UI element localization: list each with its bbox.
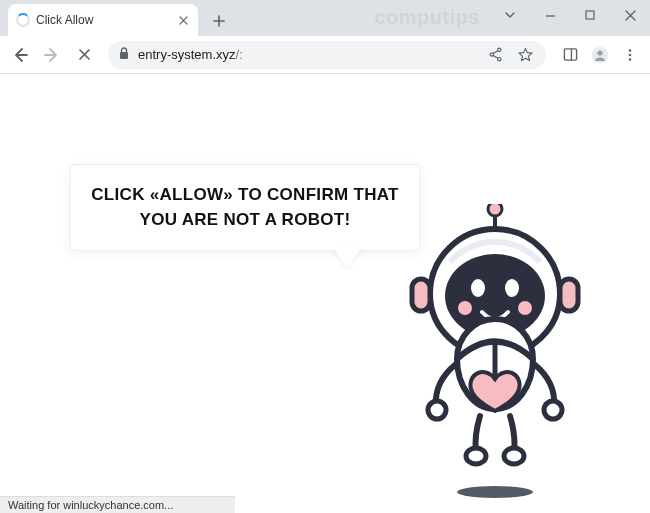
share-icon [488,47,503,62]
window-close-button[interactable] [610,0,650,30]
svg-point-10 [629,53,632,56]
svg-rect-15 [412,279,430,311]
svg-point-11 [629,58,632,61]
window-dropdown-button[interactable] [490,0,530,30]
svg-point-24 [544,401,562,419]
svg-rect-0 [586,11,594,19]
svg-point-2 [497,48,500,51]
lock-icon [118,47,130,63]
stop-button[interactable] [70,41,98,69]
kebab-icon [623,48,637,62]
stop-icon [78,48,91,61]
panel-icon [563,47,578,62]
svg-rect-1 [120,52,128,59]
status-bar: Waiting for winluckychance.com... [0,496,235,513]
arrow-right-icon [44,47,60,63]
robot-illustration [390,204,600,504]
page-content: CLICK «ALLOW» TO CONFIRM THAT YOU ARE NO… [0,74,650,513]
tab-close-button[interactable] [176,13,190,27]
profile-button[interactable] [586,41,614,69]
window-minimize-button[interactable] [530,0,570,30]
svg-point-4 [497,58,500,61]
star-icon [518,47,533,62]
svg-rect-16 [560,279,578,311]
speech-bubble: CLICK «ALLOW» TO CONFIRM THAT YOU ARE NO… [70,164,420,251]
new-tab-button[interactable] [206,8,232,34]
toolbar: entry-system.xyz/: [0,36,650,74]
svg-point-20 [458,301,472,315]
forward-button[interactable] [38,41,66,69]
plus-icon [213,15,225,27]
maximize-icon [585,10,595,20]
svg-point-3 [490,53,493,56]
menu-button[interactable] [616,41,644,69]
close-icon [179,16,188,25]
back-button[interactable] [6,41,34,69]
toolbar-right [556,41,644,69]
address-bar[interactable]: entry-system.xyz/: [108,41,546,69]
url-path: /: [236,47,243,62]
status-text: Waiting for winluckychance.com... [8,499,173,511]
url-host: entry-system.xyz [138,47,236,62]
window-controls [490,0,650,30]
extensions-button[interactable] [556,41,584,69]
svg-point-14 [488,204,502,216]
url-text: entry-system.xyz/: [138,47,476,62]
window-maximize-button[interactable] [570,0,610,30]
browser-tab[interactable]: Click Allow [8,4,198,36]
speech-text: CLICK «ALLOW» TO CONFIRM THAT YOU ARE NO… [91,183,399,232]
svg-point-8 [597,50,602,55]
svg-point-9 [629,49,632,52]
arrow-left-icon [12,47,28,63]
svg-point-26 [504,448,524,464]
svg-point-21 [518,301,532,315]
bookmark-button[interactable] [514,41,536,69]
robot-icon [390,204,600,504]
profile-icon [591,46,609,64]
svg-point-25 [466,448,486,464]
svg-point-12 [457,486,533,498]
titlebar: Click Allow [0,0,650,36]
loading-spinner-icon [16,13,30,27]
minimize-icon [545,10,556,21]
svg-point-23 [428,401,446,419]
share-button[interactable] [484,41,506,69]
svg-point-18 [471,279,485,297]
svg-point-19 [505,279,519,297]
tab-title: Click Allow [36,13,93,27]
speech-tail [333,248,361,268]
chevron-down-icon [504,9,516,21]
close-icon [625,10,636,21]
svg-rect-5 [564,49,576,60]
